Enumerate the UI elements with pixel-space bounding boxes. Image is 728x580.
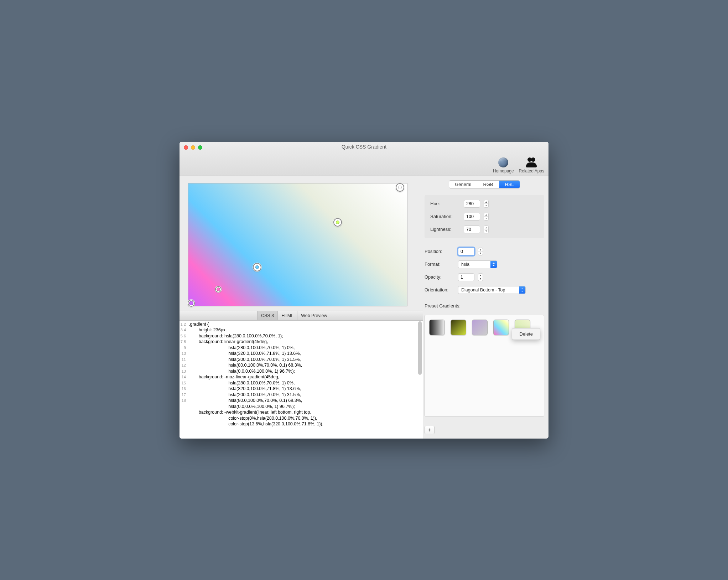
code-content[interactable]: .gradient { height: 236px; background: h… xyxy=(187,321,423,439)
homepage-button[interactable]: Homepage xyxy=(493,156,514,174)
lightness-label: Lightness: xyxy=(430,227,459,232)
homepage-label: Homepage xyxy=(493,169,514,174)
titlebar: Quick CSS Gradient Homepage Related Apps xyxy=(180,142,548,176)
app-window: Quick CSS Gradient Homepage Related Apps xyxy=(180,142,548,439)
hue-stepper[interactable]: ▲▼ xyxy=(484,200,489,208)
preset-swatch[interactable] xyxy=(429,320,445,335)
gradient-axis-line xyxy=(188,183,295,237)
gradient-stop-handle[interactable] xyxy=(215,286,222,292)
scrollbar[interactable] xyxy=(417,321,422,438)
orientation-select[interactable]: Diagonal Bottom - Top xyxy=(458,286,526,294)
saturation-stepper[interactable]: ▲▼ xyxy=(484,213,489,221)
position-label: Position: xyxy=(425,249,454,254)
preset-swatch[interactable] xyxy=(472,320,488,335)
tab-general[interactable]: General xyxy=(449,181,477,188)
lightness-stepper[interactable]: ▲▼ xyxy=(484,226,489,233)
gradient-preview[interactable] xyxy=(188,183,407,306)
orientation-label: Orientation: xyxy=(425,287,454,292)
window-controls xyxy=(184,145,202,150)
code-editor[interactable]: 1 2 3 4 5 6 7 8 9 10 11 12 13 14 15 16 1… xyxy=(180,321,423,439)
hue-label: Hue: xyxy=(430,201,459,206)
window-title: Quick CSS Gradient xyxy=(180,142,548,150)
color-mode-segmented: General RGB HSL xyxy=(449,180,520,188)
minimize-icon[interactable] xyxy=(191,145,195,150)
tab-html[interactable]: HTML xyxy=(277,311,297,320)
close-icon[interactable] xyxy=(184,145,188,150)
stop-properties: Position: ▲▼ Format: hsla Opacity: xyxy=(425,245,544,297)
related-apps-label: Related Apps xyxy=(519,169,544,174)
format-label: Format: xyxy=(425,261,454,267)
context-menu: Delete xyxy=(512,328,540,340)
line-gutter: 1 2 3 4 5 6 7 8 9 10 11 12 13 14 15 16 1… xyxy=(180,321,187,439)
svg-line-0 xyxy=(188,183,295,237)
gradient-stop-handle[interactable] xyxy=(253,263,261,271)
chevron-updown-icon xyxy=(490,261,497,268)
hue-input[interactable] xyxy=(464,200,480,208)
gradient-stop-handle[interactable] xyxy=(333,218,342,227)
presets-label: Preset Gradients: xyxy=(425,303,544,309)
tab-web-preview[interactable]: Web Preview xyxy=(297,311,331,320)
lightness-input[interactable] xyxy=(464,226,480,233)
saturation-input[interactable] xyxy=(464,213,480,221)
related-apps-button[interactable]: Related Apps xyxy=(519,156,544,174)
tab-hsl[interactable]: HSL xyxy=(499,181,520,188)
code-tabs: CSS 3 HTML Web Preview xyxy=(180,311,423,321)
context-delete[interactable]: Delete xyxy=(512,330,540,338)
zoom-icon[interactable] xyxy=(198,145,202,150)
hsl-panel: Hue: ▲▼ Saturation: ▲▼ Lightness: ▲▼ xyxy=(425,195,544,238)
position-input[interactable] xyxy=(458,248,474,255)
presets-list[interactable]: Delete xyxy=(425,315,544,416)
opacity-input[interactable] xyxy=(458,273,474,281)
saturation-label: Saturation: xyxy=(430,214,459,219)
tab-rgb[interactable]: RGB xyxy=(477,181,499,188)
position-stepper[interactable]: ▲▼ xyxy=(478,248,483,255)
globe-icon xyxy=(498,157,508,167)
opacity-stepper[interactable]: ▲▼ xyxy=(478,273,483,281)
opacity-label: Opacity: xyxy=(425,274,454,280)
tab-css3[interactable]: CSS 3 xyxy=(257,311,277,320)
format-select[interactable]: hsla xyxy=(458,260,497,268)
chevron-updown-icon xyxy=(519,286,525,294)
preset-swatch[interactable] xyxy=(451,320,466,335)
preset-swatch[interactable] xyxy=(493,320,509,335)
plus-icon: + xyxy=(428,427,431,433)
gradient-stop-handle[interactable] xyxy=(188,300,195,307)
users-icon xyxy=(525,157,537,167)
add-preset-button[interactable]: + xyxy=(425,426,435,434)
gradient-stop-handle[interactable] xyxy=(396,183,404,192)
